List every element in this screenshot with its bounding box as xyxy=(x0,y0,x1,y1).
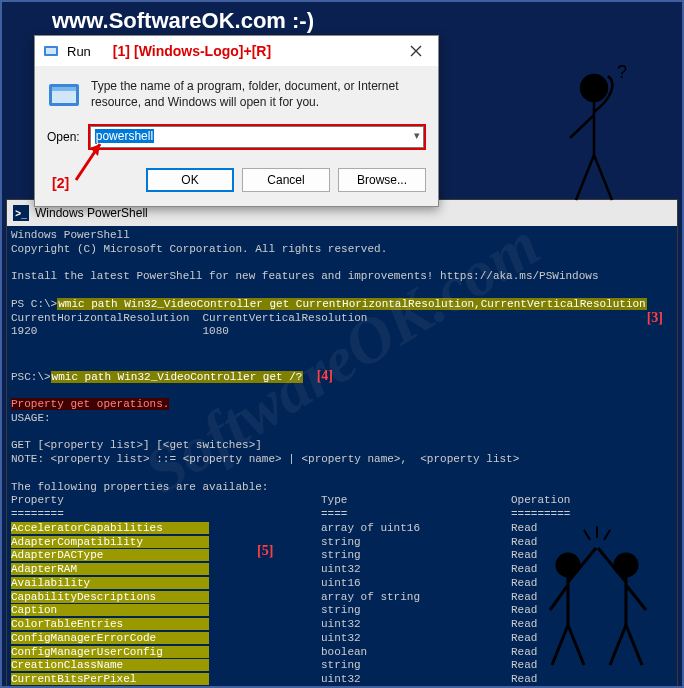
powershell-title: Windows PowerShell xyxy=(35,206,148,220)
prop-name: ConfigManagerErrorCode xyxy=(11,632,209,644)
th-operation: Operation xyxy=(511,494,570,508)
run-app-icon xyxy=(47,78,81,112)
stickfigure-highfive xyxy=(528,510,668,670)
prop-type: array of uint16 xyxy=(321,522,511,536)
close-button[interactable] xyxy=(394,36,438,66)
prop-type: string xyxy=(321,659,511,673)
prop-name: CreationClassName xyxy=(11,659,209,671)
prop-type: uint16 xyxy=(321,577,511,591)
annotation-4: [4] xyxy=(317,368,333,383)
prop-type: string xyxy=(321,536,511,550)
prop-name: AdapterCompatibility xyxy=(11,536,209,548)
annotation-2: [2] xyxy=(52,175,69,191)
prop-type: boolean xyxy=(321,646,511,660)
prop-name: ColorTableEntries xyxy=(11,618,209,630)
svg-text:?: ? xyxy=(617,62,627,82)
prop-type: uint32 xyxy=(321,673,511,687)
prop-name: CurrentBitsPerPixel xyxy=(11,673,209,685)
prop-type: uint32 xyxy=(321,632,511,646)
ps-val1: 1920 1080 xyxy=(11,325,229,337)
svg-point-0 xyxy=(581,75,607,101)
ps-cmd1: wmic path Win32_VideoController get Curr… xyxy=(57,298,647,310)
prop-name: AdapterDACType xyxy=(11,549,209,561)
prop-name: Caption xyxy=(11,604,209,616)
table-row: AdapterRAM uint32Read xyxy=(11,563,570,577)
ps-prompt: PS C:\> xyxy=(11,298,57,310)
ps-get2: NOTE: <property list> ::= <property name… xyxy=(11,453,519,465)
prop-type: array of string xyxy=(321,591,511,605)
ps-cmd2: wmic path Win32_VideoController get /? xyxy=(51,371,304,383)
table-row: ConfigManagerUserConfig booleanRead xyxy=(11,646,570,660)
table-row: AcceleratorCapabilities array of uint16R… xyxy=(11,522,570,536)
open-input[interactable] xyxy=(90,126,424,148)
ps-hdr1: CurrentHorizontalResolution CurrentVerti… xyxy=(11,312,367,324)
open-combobox[interactable]: powershell ▾ xyxy=(88,124,426,150)
annotation-3: [3] xyxy=(647,309,663,327)
prop-name: ConfigManagerUserConfig xyxy=(11,646,209,658)
ok-button[interactable]: OK xyxy=(146,168,234,192)
table-row: CapabilityDescriptions array of stringRe… xyxy=(11,591,570,605)
prop-name: AcceleratorCapabilities xyxy=(11,522,209,534)
run-description: Type the name of a program, folder, docu… xyxy=(91,78,426,110)
cancel-button[interactable]: Cancel xyxy=(242,168,330,192)
run-title: Run xyxy=(67,44,91,59)
prop-type: string xyxy=(321,549,511,563)
arrow-icon xyxy=(70,134,110,184)
table-row: CurrentBitsPerPixel uint32Read xyxy=(11,673,570,687)
annotation-hotkey: [Windows-Logo]+[R] xyxy=(134,43,271,59)
table-row: AdapterDACType stringRead xyxy=(11,549,570,563)
ps-get1: GET [<property list>] [<get switches>] xyxy=(11,439,262,451)
ps-avail: The following properties are available: xyxy=(11,481,268,493)
prop-type: uint32 xyxy=(321,618,511,632)
prop-name: AdapterRAM xyxy=(11,563,209,575)
run-titlebar[interactable]: Run [1] [Windows-Logo]+[R] xyxy=(35,36,438,66)
svg-rect-3 xyxy=(46,48,56,54)
table-row: Caption stringRead xyxy=(11,604,570,618)
annotation-1: [1] xyxy=(113,43,130,59)
browse-button[interactable]: Browse... xyxy=(338,168,426,192)
svg-rect-6 xyxy=(52,87,76,91)
prop-name: CapabilityDescriptions xyxy=(11,591,209,603)
powershell-icon: >_ xyxy=(13,205,29,221)
ps-usage: USAGE: xyxy=(11,412,51,424)
ps-prompt2: PSC:\> xyxy=(11,371,51,383)
table-row: Availability uint16Read xyxy=(11,577,570,591)
ps-banner1: Windows PowerShell xyxy=(11,229,130,241)
ps-install: Install the latest PowerShell for new fe… xyxy=(11,270,599,282)
run-icon xyxy=(43,43,59,59)
property-table: PropertyTypeOperation===================… xyxy=(11,494,570,688)
prop-type: uint32 xyxy=(321,563,511,577)
table-row: CreationClassName stringRead xyxy=(11,659,570,673)
th-property: Property xyxy=(11,494,321,508)
prop-type: string xyxy=(321,604,511,618)
page-header: www.SoftwareOK.com :-) xyxy=(2,2,682,34)
th-type: Type xyxy=(321,494,511,508)
table-row: AdapterCompatibility stringRead xyxy=(11,536,570,550)
table-row: ConfigManagerErrorCode uint32Read xyxy=(11,632,570,646)
prop-op: Read xyxy=(511,673,570,687)
ps-error: Property get operations. xyxy=(11,398,169,410)
ps-banner2: Copyright (C) Microsoft Corporation. All… xyxy=(11,243,387,255)
table-row: ColorTableEntries uint32Read xyxy=(11,618,570,632)
stickfigure-thinking: ? xyxy=(532,60,652,210)
prop-name: Availability xyxy=(11,577,209,589)
annotation-5: [5] xyxy=(257,542,273,560)
